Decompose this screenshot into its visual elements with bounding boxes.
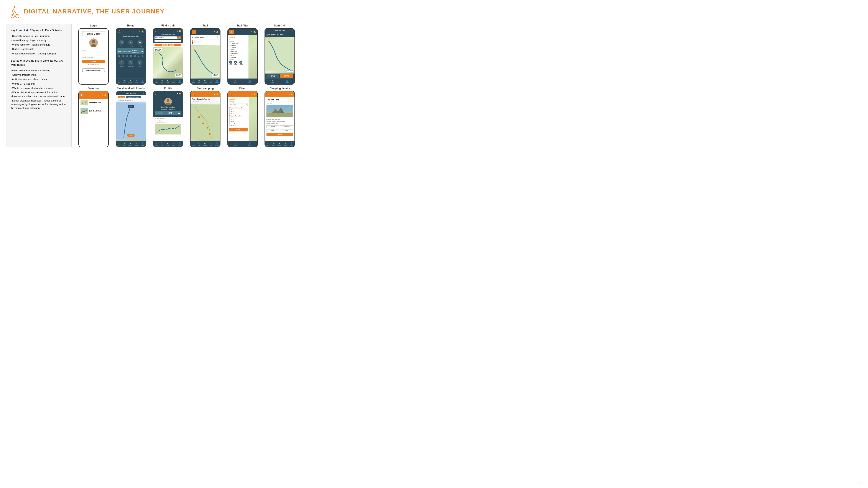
trail-nav-plan[interactable]: 🗺Plan (198, 79, 200, 83)
camping-nav-plan[interactable]: 🗺Plan (198, 142, 200, 146)
finish-nav-record[interactable]: ⏺Record (128, 142, 132, 146)
rating-select[interactable]: Any rating ∨ (229, 103, 248, 106)
filter-bell-icon[interactable]: 🔔 (253, 31, 256, 33)
bike-shops-item[interactable]: 🔧 Bike Shops (128, 60, 133, 67)
fta-nav-record[interactable]: ⏺Record (166, 79, 169, 83)
camp-details-bell-icon[interactable]: 🔔 (290, 93, 293, 95)
profile-nav-plan[interactable]: 🗺Plan (161, 142, 163, 146)
start-nav-share[interactable]: ↗Share (271, 79, 274, 83)
camp-details-nav-record[interactable]: ⏺Record (278, 142, 281, 146)
trail-nav-profile[interactable]: 👤Profile (215, 79, 219, 83)
nav-home[interactable]: ⌂Home (117, 79, 120, 83)
camping-icon-item[interactable]: ⛺ Camping (128, 40, 133, 46)
filter-nav-profile[interactable]: 👤Profile (248, 79, 251, 83)
camping-heart-icon[interactable]: ♥ (214, 93, 215, 95)
filter-nav-share[interactable]: ↗Share (234, 79, 237, 83)
finish-nav-profile[interactable]: 👤Profile (141, 142, 144, 146)
add-friend-tracking-button[interactable]: Add Friend Tracking (126, 96, 141, 98)
add-stop-button[interactable]: Add stop (118, 96, 125, 98)
filter-atm[interactable]: ATM (229, 55, 247, 56)
fav-heart-small[interactable]: ♥ (102, 94, 103, 96)
nav-plan[interactable]: 🗺Plan (123, 79, 126, 83)
profile-nav-share[interactable]: ↗Share (172, 142, 175, 146)
filter-lodging[interactable]: Lodging (229, 47, 247, 48)
view-map[interactable]: 🗺Map (229, 61, 232, 65)
trail-nav-share[interactable]: ↗Share (210, 79, 212, 83)
finish-nav-share[interactable]: ↗Share (135, 142, 138, 146)
filter-heart-icon[interactable]: ♥ (251, 31, 252, 33)
camp-details-heart-icon[interactable]: ♥ (289, 93, 290, 95)
nav-record[interactable]: ⏺Record (128, 79, 132, 83)
save-button[interactable]: SAVE (267, 74, 279, 78)
near-me-item[interactable]: 📍 Near Me (119, 60, 124, 67)
remember-me-checkbox[interactable]: Remember me (82, 57, 105, 58)
create-route-button[interactable]: CREATE ROUTE (155, 43, 181, 46)
directions-button[interactable]: Directions (280, 125, 293, 128)
camp-details-nav-plan[interactable]: 🗺Plan (272, 142, 275, 146)
stop-button[interactable]: Stop (127, 134, 135, 137)
fta-nav-home[interactable]: ⌂Home (155, 79, 158, 83)
routes-icon-item[interactable]: 🗺 Routes (119, 40, 124, 46)
fta-nav-share[interactable]: ↗Share (172, 79, 175, 83)
fta-nav-profile[interactable]: 👤Profile (178, 79, 181, 83)
filter-camping[interactable]: camping (229, 45, 247, 46)
start-nav-profile[interactable]: 👤Profile (286, 79, 289, 83)
fta-heart-icon[interactable]: ♥ (177, 30, 178, 32)
camp-filter-bell-icon[interactable]: 🔔 (253, 93, 256, 95)
camping-nav-share[interactable]: ↗Share (210, 142, 212, 146)
filter-close-button[interactable]: ✕ (246, 36, 247, 38)
camp-save-button[interactable]: Save (267, 129, 279, 132)
trail-search-input[interactable]: Tahoe Rim Trail (155, 36, 178, 39)
camping-nav-profile[interactable]: 👤Profile (215, 142, 219, 146)
camp-details-nav-profile[interactable]: 👤Profile (290, 142, 293, 146)
filter-cycling[interactable]: Cycling trails (229, 43, 247, 44)
finish-close-icon[interactable]: ✕ (143, 92, 144, 94)
forgot-password-link[interactable]: Forgot password? (88, 64, 99, 65)
finish-nav-home[interactable]: ⌂Home (117, 142, 120, 146)
camp-details-nav-home[interactable]: ⌂Home (267, 142, 269, 146)
website-button[interactable]: Website (267, 125, 279, 128)
camping-nav-home[interactable]: ⌂Home (192, 142, 195, 146)
email-input[interactable]: Email (82, 49, 105, 52)
camp-filter-nav-share[interactable]: ↗Share (234, 142, 237, 146)
call-button[interactable]: Call (280, 129, 293, 132)
filter-food[interactable]: Food (229, 49, 247, 50)
heart-icon[interactable]: ♥ (139, 30, 141, 33)
camp-filter-heart-icon[interactable]: ♥ (251, 93, 252, 95)
trail-heart-icon[interactable]: ♥ (214, 31, 215, 33)
trail-bell-icon[interactable]: 🔔 (216, 31, 219, 33)
fta-nav-plan[interactable]: 🗺Plan (161, 79, 163, 83)
login-button[interactable]: LOGIN (82, 60, 105, 63)
amenity-restrooms[interactable]: Restrooms (229, 119, 248, 121)
profile-nav-home[interactable]: ⌂Home (155, 142, 158, 146)
password-input[interactable] (82, 53, 105, 55)
filter-bike-shops[interactable]: Bike Shops (229, 53, 247, 54)
camping-bell-icon[interactable]: 🔔 (216, 93, 219, 95)
fav-item-2[interactable]: Salt Creek Trail (79, 107, 108, 115)
camp-filter-nav-profile[interactable]: 👤Profile (248, 142, 251, 146)
amenity-atm[interactable]: ATM (229, 121, 248, 123)
camp-details-nav-share[interactable]: ↗Share (284, 142, 287, 146)
fav-bell-icon[interactable]: 🔔 (104, 94, 106, 96)
amenity-laundry[interactable]: Laundry (229, 123, 248, 125)
camp-filter-close-button[interactable]: ✕ (246, 99, 248, 100)
nav-share[interactable]: ↗Share (135, 79, 138, 83)
profile-bell-icon[interactable]: 🔔 (179, 93, 181, 95)
done-button[interactable]: DONE (267, 133, 293, 136)
nav-profile[interactable]: 👤Profile (141, 79, 144, 83)
filter-restrooms[interactable]: Restrooms (229, 51, 247, 52)
ending-point-input[interactable]: Ending point (155, 40, 181, 42)
start-close-icon[interactable]: ✕ (291, 30, 293, 32)
camping-location-input[interactable]: My location (192, 100, 219, 103)
trail-nav-home[interactable]: ⌂Home (192, 79, 195, 83)
type-tents[interactable]: Tents (229, 109, 248, 110)
profile-nav-record[interactable]: ⏺Record (166, 142, 169, 146)
camping-nav-record[interactable]: ⏺Record (203, 142, 207, 146)
amenity-rechargers[interactable]: Rechargers (229, 125, 248, 126)
view-satellite[interactable]: 🛰Satellite (239, 61, 243, 65)
profile-heart-icon[interactable]: ♥ (177, 93, 178, 95)
lodging-icon-item[interactable]: 🏠 Lodging (137, 40, 143, 46)
trail-nav-record[interactable]: ⏺Record (203, 79, 207, 83)
start-back-icon[interactable]: ‹ (267, 30, 267, 32)
camp-filter-save-button[interactable]: SAVE (229, 128, 248, 131)
